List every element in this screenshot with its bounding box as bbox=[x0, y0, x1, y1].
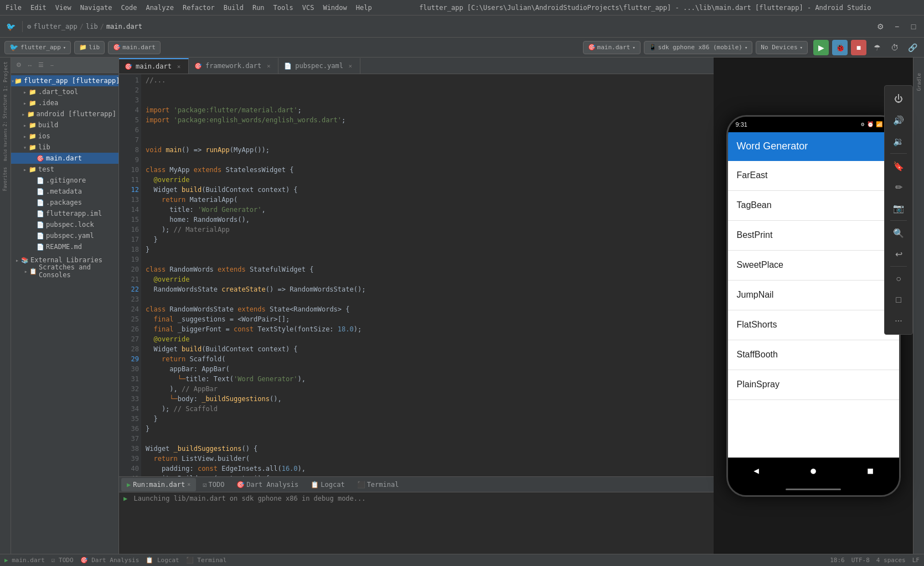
tab-close-framework[interactable]: × bbox=[265, 62, 272, 70]
run-config[interactable]: 🎯 main.dart ▾ bbox=[583, 41, 641, 54]
menu-refactor[interactable]: Refactor bbox=[183, 4, 215, 12]
tree-item-pubspec-yaml[interactable]: · 📄 pubspec.yaml bbox=[11, 230, 118, 241]
tree-item-dart-tool[interactable]: ▸ 📁 .dart_tool bbox=[11, 86, 118, 97]
toolbar-minus[interactable]: − bbox=[890, 19, 904, 34]
tree-item-packages[interactable]: · 📄 .packages bbox=[11, 197, 118, 208]
tree-item-flutterapp-iml[interactable]: · 📄 flutterapp.iml bbox=[11, 208, 118, 219]
settings-btn[interactable]: ⚙ bbox=[873, 19, 887, 34]
panel-settings-btn[interactable]: ⚙ bbox=[14, 61, 23, 70]
emu-undo-btn[interactable]: ↩ bbox=[889, 244, 908, 264]
menu-analyze[interactable]: Analyze bbox=[146, 4, 174, 12]
run-button[interactable]: ▶ bbox=[813, 40, 829, 55]
tree-item-main-dart[interactable]: · 🎯 main.dart bbox=[11, 153, 118, 164]
tree-item-readme[interactable]: · 📄 README.md bbox=[11, 241, 118, 252]
device-selector[interactable]: 📱 sdk gphone x86 (mobile) ▾ bbox=[644, 41, 753, 54]
tree-item-metadata[interactable]: · 📄 .metadata bbox=[11, 186, 118, 197]
breadcrumb-project[interactable]: ⚙ bbox=[27, 23, 31, 30]
tab-framework-dart[interactable]: 🎯 framework.dart × bbox=[189, 58, 278, 74]
attach-button[interactable]: 🔗 bbox=[905, 40, 920, 55]
menu-bar[interactable]: File Edit View Navigate Code Analyze Ref… bbox=[6, 4, 372, 12]
emu-vol-up-btn[interactable]: 🔊 bbox=[889, 110, 908, 130]
lib-indicator[interactable]: 📁lib bbox=[74, 41, 105, 54]
menu-build[interactable]: Build bbox=[224, 4, 244, 12]
breadcrumb-file[interactable]: main.dart bbox=[106, 23, 142, 30]
emu-power-btn[interactable]: ⏻ bbox=[889, 89, 908, 109]
home-button[interactable]: ● bbox=[802, 462, 824, 480]
phone-word-list[interactable]: FarEast TagBean BestPrint SweetPlace Jum… bbox=[728, 161, 899, 458]
status-todo[interactable]: ☑ TODO bbox=[51, 557, 74, 564]
coverage-button[interactable]: ☂ bbox=[870, 40, 884, 55]
back-button[interactable]: ◀ bbox=[745, 462, 767, 480]
tab-pubspec-yaml[interactable]: 📄 pubspec.yaml × bbox=[278, 58, 360, 74]
emu-vol-down-btn[interactable]: 🔉 bbox=[889, 131, 908, 151]
menu-vcs[interactable]: VCS bbox=[302, 4, 314, 12]
project-tab[interactable]: 1: Project bbox=[1, 60, 11, 93]
emu-zoom-btn[interactable]: 🔍 bbox=[889, 223, 908, 243]
tree-item-ios[interactable]: ▸ 📁 ios bbox=[11, 131, 118, 142]
bottom-tab-todo[interactable]: ☑ TODO bbox=[197, 478, 230, 491]
recents-button[interactable]: ■ bbox=[859, 462, 881, 480]
menu-code[interactable]: Code bbox=[121, 4, 137, 12]
structure-tab[interactable]: 2: Structure bbox=[1, 94, 11, 127]
tree-item-flutter-app[interactable]: ▾ 📁 flutter_app [flutterapp] bbox=[11, 75, 118, 86]
word-item-6[interactable]: StaffBooth bbox=[728, 340, 899, 370]
favorites-tab[interactable]: Favorites bbox=[1, 163, 11, 196]
tree-item-scratches[interactable]: · ▸ 📋 Scratches and Consoles bbox=[11, 266, 118, 277]
breadcrumb-lib[interactable]: lib bbox=[86, 23, 98, 30]
tab-close-main[interactable]: × bbox=[175, 63, 183, 70]
menu-help[interactable]: Help bbox=[356, 4, 372, 12]
menu-window[interactable]: Window bbox=[323, 4, 347, 12]
emu-circle-btn[interactable]: ○ bbox=[889, 269, 908, 289]
tree-item-idea[interactable]: ▸ 📁 .idea bbox=[11, 97, 118, 108]
status-logcat[interactable]: 📋 Logcat bbox=[146, 557, 179, 564]
emu-more-btn[interactable]: ··· bbox=[889, 311, 908, 331]
main-dart-indicator[interactable]: 🎯 main.dart bbox=[108, 41, 161, 54]
breadcrumb-flutter-app[interactable]: flutter_app bbox=[33, 23, 77, 30]
tree-item-gitignore[interactable]: · 📄 .gitignore bbox=[11, 175, 118, 186]
menu-view[interactable]: View bbox=[55, 4, 71, 12]
profile-button[interactable]: ⏱ bbox=[887, 40, 902, 55]
word-item-0[interactable]: FarEast bbox=[728, 161, 899, 191]
status-terminal[interactable]: ⬛ Terminal bbox=[186, 557, 227, 564]
word-item-3[interactable]: SweetPlace bbox=[728, 251, 899, 281]
word-item-4[interactable]: JumpNail bbox=[728, 281, 899, 310]
debug-button[interactable]: 🐞 bbox=[832, 40, 848, 55]
panel-close-btn[interactable]: − bbox=[48, 61, 56, 70]
bottom-tab-terminal[interactable]: ⬛ Terminal bbox=[352, 478, 405, 491]
menu-tools[interactable]: Tools bbox=[273, 4, 293, 12]
tree-item-lib[interactable]: ▾ 📁 lib bbox=[11, 142, 118, 153]
status-dart[interactable]: 🎯 Dart Analysis bbox=[80, 557, 140, 564]
menu-run[interactable]: Run bbox=[252, 4, 265, 12]
menu-navigate[interactable]: Navigate bbox=[80, 4, 112, 12]
code-editor[interactable]: 1 2 3 4 5 6 7 8 9 10 11 12 13 14 15 16 1… bbox=[119, 74, 714, 476]
panel-gear-btn[interactable]: ☰ bbox=[37, 61, 45, 70]
tree-item-build[interactable]: ▸ 📁 build bbox=[11, 120, 118, 131]
menu-file[interactable]: File bbox=[6, 4, 22, 12]
tab-close-pubspec[interactable]: × bbox=[347, 62, 354, 70]
bottom-tab-run[interactable]: ▶ Run: main.dart × bbox=[121, 478, 196, 491]
right-tab-gradle[interactable]: Gradle bbox=[914, 60, 924, 104]
bottom-tab-dart-analysis[interactable]: 🎯 Dart Analysis bbox=[231, 478, 304, 491]
project-selector[interactable]: 🐦 flutter_app ▾ bbox=[4, 41, 71, 54]
toolbar-restore[interactable]: □ bbox=[906, 19, 921, 34]
no-devices-button[interactable]: No Devices ▾ bbox=[756, 41, 808, 54]
flutter-icon[interactable]: 🐦 bbox=[3, 19, 18, 34]
build-variants-tab[interactable]: Build Variants bbox=[1, 128, 11, 162]
emu-square-btn[interactable]: □ bbox=[889, 290, 908, 310]
code-text[interactable]: //... import 'package:flutter/material.d… bbox=[141, 74, 714, 476]
tree-item-pubspec-lock[interactable]: · 📄 pubspec.lock bbox=[11, 219, 118, 230]
panel-expand-btn[interactable]: ↔ bbox=[25, 61, 34, 70]
bottom-tab-logcat[interactable]: 📋 Logcat bbox=[305, 478, 350, 491]
word-item-2[interactable]: BestPrint bbox=[728, 221, 899, 251]
emu-eraser-btn[interactable]: ✏ bbox=[889, 177, 908, 197]
emu-bookmark-btn[interactable]: 🔖 bbox=[889, 156, 908, 176]
menu-edit[interactable]: Edit bbox=[30, 4, 47, 12]
word-item-5[interactable]: FlatShorts bbox=[728, 310, 899, 340]
tree-item-test[interactable]: ▸ 📁 test bbox=[11, 164, 118, 175]
tree-item-android[interactable]: ▸ 📁 android [flutterapp] bbox=[11, 108, 118, 120]
word-item-7[interactable]: PlainSpray bbox=[728, 370, 899, 400]
tab-main-dart[interactable]: 🎯 main.dart × bbox=[119, 58, 189, 74]
word-item-1[interactable]: TagBean bbox=[728, 191, 899, 221]
stop-button[interactable]: ■ bbox=[851, 40, 866, 55]
emu-camera-btn[interactable]: 📷 bbox=[889, 198, 908, 218]
